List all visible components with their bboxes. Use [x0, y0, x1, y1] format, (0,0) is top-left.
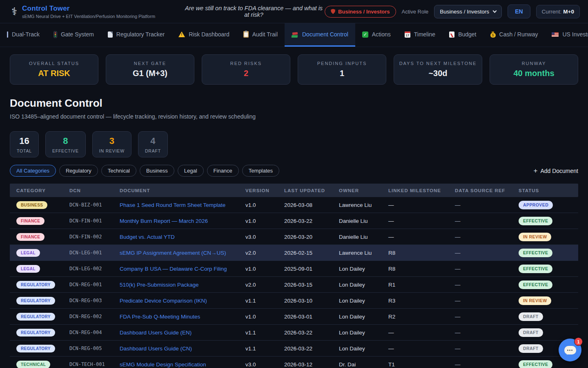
nav-tab-icon [449, 31, 454, 38]
status-card-label: PENDING INPUTS [317, 61, 367, 66]
document-link[interactable]: Monthly Burn Report — March 2026 [120, 218, 208, 224]
last-updated-cell: 2026-03-22 [284, 346, 339, 352]
unread-count-badge: 1 [574, 337, 583, 346]
main-nav: Dual-Track Gate System Regulatory Tracke… [0, 23, 588, 47]
status-card-value: G1 (M+3) [133, 69, 167, 78]
document-link[interactable]: Predicate Device Comparison (IKN) [120, 298, 207, 304]
document-link[interactable]: Dashboard Users Guide (CN) [120, 346, 192, 352]
nav-tab[interactable]: Gate System [47, 23, 101, 47]
document-stats: 16 TOTAL 8 EFFECTIVE 3 IN REVIEW 4 DRAFT [10, 131, 578, 157]
current-value: M+0 [563, 9, 574, 15]
column-header: VERSION [245, 188, 284, 193]
table-row[interactable]: REGULATORY DCN-REG-004 Dashboard Users G… [10, 325, 578, 341]
column-header: DATA SOURCE REF [455, 188, 519, 193]
chat-fab-button[interactable]: 1 [559, 339, 581, 361]
linked-milestone-cell: R1 [388, 282, 455, 288]
speech-bubble-icon [564, 346, 576, 355]
status-badge: EFFECTIVE [519, 360, 552, 368]
stat-label: TOTAL [17, 148, 32, 153]
column-header: LAST UPDATED [284, 188, 339, 193]
table-row[interactable]: FINANCE DCN-FIN-001 Monthly Burn Report … [10, 213, 578, 229]
table-row[interactable]: REGULATORY DCN-REG-001 510(k) Pre-Submis… [10, 277, 578, 293]
stat-value: 3 [109, 136, 114, 146]
current-label: Current: [542, 9, 562, 15]
stat-box: 4 DRAFT [138, 131, 168, 157]
language-button[interactable]: EN [508, 4, 530, 18]
page-subtitle: ISO 13485–aligned document control — lif… [10, 113, 578, 120]
document-link[interactable]: Company B USA — Delaware C-Corp Filing [120, 266, 227, 272]
document-link[interactable]: sEMG Module Design Specification [120, 361, 206, 368]
filter-row: All Categories Regulatory Technical Busi… [10, 165, 578, 177]
filter-chip[interactable]: Regulatory [59, 165, 98, 177]
category-badge: FINANCE [16, 233, 45, 241]
active-role-label: Active Role [402, 9, 429, 15]
status-card-value: 40 months [513, 69, 554, 78]
table-row[interactable]: REGULATORY DCN-REG-002 FDA Pre-Sub Q-Mee… [10, 309, 578, 325]
nav-tab-label: Budget [458, 31, 476, 38]
filter-chip[interactable]: All Categories [10, 165, 56, 177]
column-header: DOCUMENT [120, 188, 245, 193]
document-link[interactable]: FDA Pre-Sub Q-Meeting Minutes [120, 314, 200, 320]
status-badge: DRAFT [519, 344, 543, 353]
version-cell: v2.0 [245, 282, 284, 288]
owner-cell: Danielle Liu [339, 218, 388, 224]
linked-milestone-cell: — [388, 346, 455, 352]
stat-box: 16 TOTAL [10, 131, 39, 157]
column-header: STATUS [519, 188, 578, 193]
document-link[interactable]: Dashboard Users Guide (EN) [120, 330, 192, 336]
nav-tab[interactable]: US Investment [545, 23, 588, 47]
filter-chip[interactable]: Templates [242, 165, 279, 177]
table-header-row: CATEGORY DCN DOCUMENT VERSION LAST UPDAT… [10, 184, 578, 197]
status-card-label: RED RISKS [230, 61, 262, 66]
add-document-button[interactable]: + Add Document [533, 167, 578, 174]
nav-tab-label: Audit Trail [252, 31, 278, 38]
table-row[interactable]: REGULATORY DCN-REG-003 Predicate Device … [10, 293, 578, 309]
nav-tab[interactable]: Dual-Track [0, 23, 47, 47]
data-source-ref-cell: — [455, 282, 519, 288]
table-row[interactable]: TECHNICAL DCN-TECH-001 sEMG Module Desig… [10, 357, 578, 368]
table-row[interactable]: REGULATORY DCN-REG-005 Dashboard Users G… [10, 341, 578, 357]
document-link[interactable]: Phase 1 Seed Round Term Sheet Template [120, 202, 225, 208]
nav-tab-label: Gate System [61, 31, 94, 38]
nav-tab[interactable]: Budget [442, 23, 483, 47]
status-card-value: 1 [340, 69, 344, 78]
nav-tab[interactable]: Actions [355, 23, 398, 47]
category-badge: BUSINESS [16, 201, 47, 209]
last-updated-cell: 2026-03-01 [284, 314, 339, 320]
table-row[interactable]: LEGAL DCN-LEG-002 Company B USA — Delawa… [10, 261, 578, 277]
nav-tab[interactable]: Document Control [285, 23, 355, 47]
role-select[interactable]: Business / Investors [434, 5, 502, 18]
status-card: DAYS TO NEXT MILESTONE ~30d [394, 54, 482, 85]
nav-tab[interactable]: Timeline [398, 23, 442, 47]
linked-milestone-cell: R2 [388, 314, 455, 320]
role-select-value: Business / Investors [440, 9, 489, 15]
nav-tab[interactable]: Regulatory Tracker [101, 23, 172, 47]
stat-label: DRAFT [145, 148, 161, 153]
filter-chip[interactable]: Technical [101, 165, 136, 177]
document-link[interactable]: Budget vs. Actual YTD [120, 234, 175, 240]
filter-chip[interactable]: Legal [178, 165, 204, 177]
nav-tab-icon [490, 33, 496, 38]
filter-chip[interactable]: Finance [207, 165, 239, 177]
dcn-code: DCN-BIZ-001 [69, 202, 120, 208]
filter-chip[interactable]: Business [140, 165, 174, 177]
category-badge: LEGAL [16, 249, 40, 257]
document-link[interactable]: 510(k) Pre-Submission Package [120, 282, 199, 288]
stat-value: 4 [150, 136, 155, 146]
data-source-ref-cell: — [455, 346, 519, 352]
nav-tab[interactable]: Risk Dashboard [172, 23, 236, 47]
nav-tab-icon [178, 31, 185, 37]
status-card-value: AT RISK [38, 69, 70, 78]
table-row[interactable]: LEGAL DCN-LEG-001 sEMG IP Assignment Agr… [10, 245, 578, 261]
category-badge: REGULATORY [16, 345, 55, 352]
version-cell: v3.0 [245, 234, 284, 240]
linked-milestone-cell: R8 [388, 250, 455, 256]
nav-tab[interactable]: Cash / Runway [483, 23, 545, 47]
stat-label: IN REVIEW [99, 148, 125, 153]
nav-tab-icon [405, 31, 410, 38]
document-link[interactable]: sEMG IP Assignment Agreement (CN→US) [120, 250, 226, 256]
nav-tab[interactable]: Audit Trail [236, 23, 285, 47]
table-row[interactable]: BUSINESS DCN-BIZ-001 Phase 1 Seed Round … [10, 197, 578, 213]
status-badge: EFFECTIVE [519, 265, 552, 273]
table-row[interactable]: FINANCE DCN-FIN-002 Budget vs. Actual YT… [10, 229, 578, 245]
